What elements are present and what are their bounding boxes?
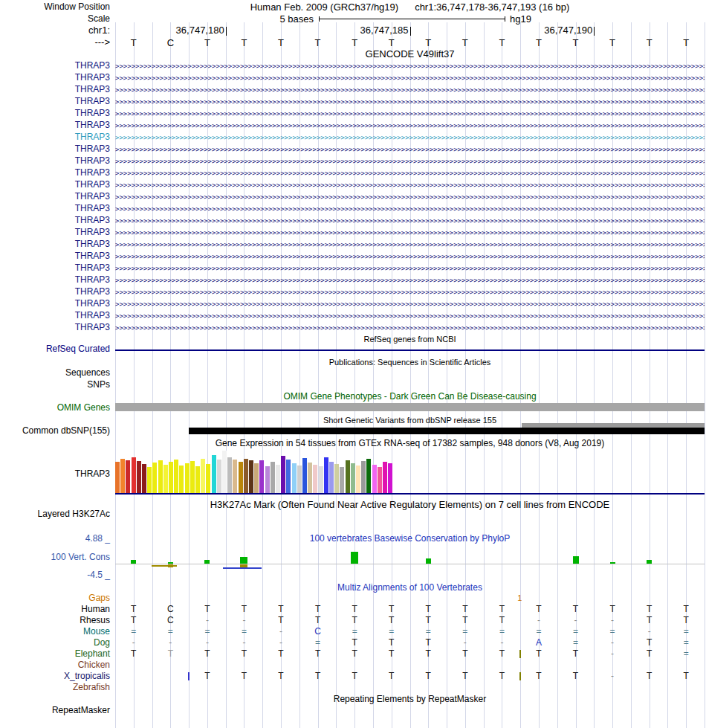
transcript-label[interactable]: THRAP3	[0, 120, 110, 131]
transcript-label[interactable]: THRAP3	[0, 215, 110, 226]
gtex-expression-bar[interactable]	[244, 459, 248, 493]
transcript-intron-arrows[interactable]: >>>>>>>>>>>>>>>>>>>>>>>>>>>>>>>>>>>>>>>>…	[115, 313, 705, 320]
gtex-expression-bar[interactable]	[174, 460, 178, 493]
transcript-intron-arrows[interactable]: >>>>>>>>>>>>>>>>>>>>>>>>>>>>>>>>>>>>>>>>…	[115, 289, 705, 297]
gtex-expression-bar[interactable]	[239, 462, 243, 493]
refseq-curated-label[interactable]: RefSeq Curated	[0, 344, 110, 354]
transcript-label[interactable]: THRAP3	[0, 132, 110, 143]
refseq-curated-line[interactable]	[115, 349, 705, 351]
gtex-expression-bar[interactable]	[286, 460, 291, 493]
transcript-intron-arrows[interactable]: >>>>>>>>>>>>>>>>>>>>>>>>>>>>>>>>>>>>>>>>…	[115, 87, 705, 94]
transcript-label[interactable]: THRAP3	[0, 96, 110, 107]
gtex-expression-bar[interactable]	[222, 451, 227, 493]
gtex-expression-bar[interactable]	[292, 463, 297, 493]
track-title-gencode[interactable]: GENCODE V49lift37	[115, 49, 705, 59]
gtex-expression-bar[interactable]	[163, 465, 168, 493]
transcript-intron-arrows[interactable]: >>>>>>>>>>>>>>>>>>>>>>>>>>>>>>>>>>>>>>>>…	[115, 277, 705, 285]
transcript-intron-arrows[interactable]: >>>>>>>>>>>>>>>>>>>>>>>>>>>>>>>>>>>>>>>>…	[115, 158, 705, 166]
gtex-expression-bar[interactable]	[324, 457, 328, 493]
multiz-species-label[interactable]: X_tropicalis	[0, 671, 110, 682]
gtex-expression-bar[interactable]	[372, 465, 377, 493]
multiz-species-label[interactable]: Zebrafish	[0, 682, 110, 693]
repeatmasker-label[interactable]: RepeatMasker	[0, 705, 110, 715]
transcript-intron-arrows[interactable]: >>>>>>>>>>>>>>>>>>>>>>>>>>>>>>>>>>>>>>>>…	[115, 75, 705, 83]
transcript-intron-arrows[interactable]: >>>>>>>>>>>>>>>>>>>>>>>>>>>>>>>>>>>>>>>>…	[115, 170, 705, 178]
h3k27ac-label[interactable]: Layered H3K27Ac	[0, 509, 110, 519]
snps-label[interactable]: SNPs	[0, 379, 110, 390]
gtex-expression-bar[interactable]	[195, 466, 200, 493]
gtex-expression-bar[interactable]	[120, 459, 125, 493]
gtex-expression-bar[interactable]	[201, 459, 205, 493]
gtex-expression-bar[interactable]	[313, 465, 317, 493]
track-title-h3k27ac[interactable]: H3K27Ac Mark (Often Found Near Active Re…	[115, 500, 705, 509]
transcript-label[interactable]: THRAP3	[0, 108, 110, 119]
gtex-expression-bar[interactable]	[132, 457, 136, 493]
gtex-expression-bar[interactable]	[366, 459, 371, 493]
transcript-intron-arrows[interactable]: >>>>>>>>>>>>>>>>>>>>>>>>>>>>>>>>>>>>>>>>…	[115, 146, 705, 154]
gtex-expression-bar[interactable]	[126, 460, 130, 493]
track-title-refseq[interactable]: RefSeq genes from NCBI	[115, 335, 705, 344]
transcript-label[interactable]: THRAP3	[0, 144, 110, 155]
gtex-expression-bar[interactable]	[271, 462, 275, 493]
gtex-expression-bar[interactable]	[346, 460, 350, 493]
transcript-intron-arrows[interactable]: >>>>>>>>>>>>>>>>>>>>>>>>>>>>>>>>>>>>>>>>…	[115, 123, 705, 130]
gtex-expression-bar[interactable]	[265, 466, 270, 493]
multiz-species-label[interactable]: Dog	[0, 637, 110, 648]
transcript-intron-arrows[interactable]: >>>>>>>>>>>>>>>>>>>>>>>>>>>>>>>>>>>>>>>>…	[115, 182, 705, 190]
transcript-intron-arrows[interactable]: >>>>>>>>>>>>>>>>>>>>>>>>>>>>>>>>>>>>>>>>…	[115, 242, 705, 249]
gtex-expression-bar[interactable]	[334, 464, 339, 493]
gtex-gene-label[interactable]: THRAP3	[0, 468, 110, 479]
transcript-intron-arrows[interactable]: >>>>>>>>>>>>>>>>>>>>>>>>>>>>>>>>>>>>>>>>…	[115, 206, 705, 213]
transcript-label[interactable]: THRAP3	[0, 84, 110, 95]
transcript-label[interactable]: THRAP3	[0, 298, 110, 309]
dbsnp-variant-black[interactable]	[189, 428, 705, 434]
transcript-label[interactable]: THRAP3	[0, 191, 110, 202]
transcript-intron-arrows[interactable]: >>>>>>>>>>>>>>>>>>>>>>>>>>>>>>>>>>>>>>>>…	[115, 99, 705, 106]
gtex-expression-bar[interactable]	[227, 457, 232, 493]
gtex-expression-bar[interactable]	[137, 461, 141, 493]
transcript-intron-arrows[interactable]: >>>>>>>>>>>>>>>>>>>>>>>>>>>>>>>>>>>>>>>>…	[115, 111, 705, 118]
transcript-label[interactable]: THRAP3	[0, 262, 110, 274]
track-title-multiz[interactable]: Multiz Alignments of 100 Vertebrates	[115, 583, 705, 593]
gtex-expression-bar[interactable]	[281, 456, 285, 493]
transcript-intron-arrows[interactable]: >>>>>>>>>>>>>>>>>>>>>>>>>>>>>>>>>>>>>>>>…	[115, 135, 705, 142]
track-title-publications[interactable]: Publications: Sequences in Scientific Ar…	[115, 358, 705, 367]
transcript-label[interactable]: THRAP3	[0, 179, 110, 190]
transcript-label[interactable]: THRAP3	[0, 310, 110, 321]
sequences-label[interactable]: Sequences	[0, 367, 110, 378]
track-title-conservation[interactable]: 100 vertebrates Basewise Conservation by…	[115, 534, 705, 544]
transcript-label[interactable]: THRAP3	[0, 155, 110, 167]
transcript-label[interactable]: THRAP3	[0, 286, 110, 297]
transcript-label[interactable]: THRAP3	[0, 60, 110, 71]
gtex-expression-bar[interactable]	[308, 463, 312, 493]
transcript-intron-arrows[interactable]: >>>>>>>>>>>>>>>>>>>>>>>>>>>>>>>>>>>>>>>>…	[115, 254, 705, 261]
multiz-gaps-label[interactable]: Gaps	[0, 593, 110, 604]
transcript-label[interactable]: THRAP3	[0, 167, 110, 178]
gtex-expression-bar[interactable]	[297, 466, 302, 493]
transcript-label[interactable]: THRAP3	[0, 227, 110, 238]
gtex-expression-bar[interactable]	[356, 466, 360, 493]
transcript-label[interactable]: THRAP3	[0, 239, 110, 250]
track-title-repeatmasker[interactable]: Repeating Elements by RepeatMasker	[115, 695, 705, 704]
gtex-expression-bar[interactable]	[319, 466, 323, 493]
gtex-expression-bar[interactable]	[115, 462, 120, 493]
gtex-expression-bar[interactable]	[212, 455, 216, 493]
transcript-intron-arrows[interactable]: >>>>>>>>>>>>>>>>>>>>>>>>>>>>>>>>>>>>>>>>…	[115, 265, 705, 273]
gtex-expression-bar[interactable]	[152, 463, 157, 493]
gtex-expression-bar[interactable]	[383, 462, 387, 493]
transcript-intron-arrows[interactable]: >>>>>>>>>>>>>>>>>>>>>>>>>>>>>>>>>>>>>>>>…	[115, 218, 705, 225]
transcript-label[interactable]: THRAP3	[0, 72, 110, 83]
track-title-omim[interactable]: OMIM Gene Phenotypes - Dark Green Can Be…	[115, 392, 705, 402]
gtex-expression-bar[interactable]	[361, 461, 366, 493]
gtex-expression-bar[interactable]	[388, 463, 392, 493]
transcript-intron-arrows[interactable]: >>>>>>>>>>>>>>>>>>>>>>>>>>>>>>>>>>>>>>>>…	[115, 301, 705, 309]
transcript-intron-arrows[interactable]: >>>>>>>>>>>>>>>>>>>>>>>>>>>>>>>>>>>>>>>>…	[115, 325, 705, 332]
gtex-expression-bar[interactable]	[302, 458, 307, 493]
conservation-track-label[interactable]: 100 Vert. Cons	[0, 552, 110, 562]
omim-genes-label[interactable]: OMIM Genes	[0, 402, 110, 413]
gtex-expression-bar[interactable]	[190, 461, 195, 493]
multiz-species-label[interactable]: Mouse	[0, 626, 110, 637]
gtex-expression-bar[interactable]	[351, 463, 355, 493]
multiz-species-label[interactable]: Human	[0, 604, 110, 615]
gtex-expression-bar[interactable]	[217, 460, 221, 493]
